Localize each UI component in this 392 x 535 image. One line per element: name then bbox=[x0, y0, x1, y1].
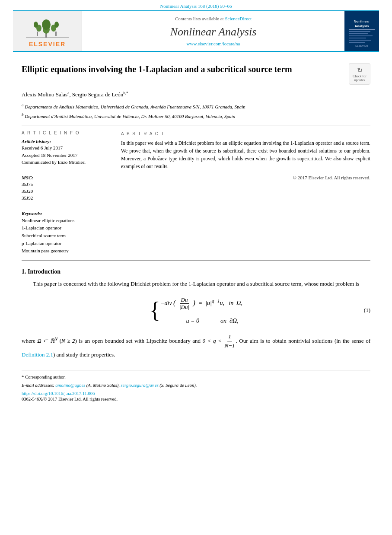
left-brace-icon: { bbox=[150, 299, 160, 322]
svg-rect-14 bbox=[349, 31, 370, 32]
article-title: Elliptic equations involving the 1-Lapla… bbox=[22, 63, 344, 75]
abstract-col: A B S T R A C T In this paper we deal wi… bbox=[121, 131, 370, 255]
svg-rect-19 bbox=[349, 42, 365, 43]
author-b-sup: b,* bbox=[123, 91, 128, 95]
check-updates-badge[interactable]: ↻ Check for updates bbox=[349, 63, 370, 85]
accepted-date: Accepted 18 November 2017 bbox=[22, 152, 112, 159]
msc-3: 35J92 bbox=[22, 195, 112, 201]
journal-center: Contents lists available at ScienceDirec… bbox=[82, 11, 344, 51]
msc-2: 35J20 bbox=[22, 188, 112, 194]
section-divider-1 bbox=[22, 125, 370, 125]
journal-url[interactable]: www.elsevier.com/locate/na bbox=[187, 41, 240, 46]
author-a-sup: a bbox=[67, 91, 69, 95]
equation-number-1: (1) bbox=[364, 307, 370, 314]
authors-line: Alexis Molino Salasa, Sergio Segura de L… bbox=[22, 91, 370, 98]
elsevier-brand-text: ELSEVIER bbox=[29, 41, 66, 48]
equation-brace-system: { −div ( Du |Du| ) = |u|q−1u, bbox=[150, 296, 242, 325]
svg-rect-7 bbox=[37, 32, 38, 36]
equation-line-2: u = 0 on ∂Ω, bbox=[160, 316, 242, 325]
affiliation-a-label: a bbox=[22, 103, 24, 107]
svg-text:Analysis: Analysis bbox=[355, 24, 369, 28]
doi-line: https://doi.org/10.1016/j.na.2017.11.006 bbox=[22, 391, 370, 396]
keyword-4: p-Laplacian operator bbox=[22, 240, 112, 248]
article-title-section: Elliptic equations involving the 1-Lapla… bbox=[22, 63, 370, 85]
keyword-2: 1-Laplacian operator bbox=[22, 224, 112, 232]
journal-cover-box: Nonlinear Analysis ELSEVIER bbox=[344, 11, 379, 51]
svg-rect-15 bbox=[349, 33, 368, 34]
equation-system-lines: −div ( Du |Du| ) = |u|q−1u, in Ω, bbox=[160, 296, 242, 325]
abstract-text: In this paper we deal with a Dirichlet p… bbox=[121, 140, 370, 170]
svg-rect-16 bbox=[349, 35, 373, 36]
section-divider-2 bbox=[22, 260, 370, 261]
equation-line-1: −div ( Du |Du| ) = |u|q−1u, in Ω, bbox=[160, 296, 242, 311]
math-omega: Ω ⊂ ℝN bbox=[37, 338, 57, 344]
math-q-cond: 0 < q < bbox=[203, 338, 224, 344]
email-2-name: (S. Segura de León). bbox=[159, 383, 197, 388]
equation-content: { −div ( Du |Du| ) = |u|q−1u, bbox=[150, 296, 242, 325]
keyword-3: Subcritical source term bbox=[22, 232, 112, 240]
journal-cover-image: Nonlinear Analysis ELSEVIER bbox=[347, 14, 376, 48]
elsevier-logo-box: ELSEVIER bbox=[13, 11, 82, 51]
svg-text:Nonlinear: Nonlinear bbox=[354, 19, 370, 23]
article-info-label: A R T I C L E I N F O bbox=[22, 131, 112, 135]
equation-1-block: { −div ( Du |Du| ) = |u|q−1u, bbox=[22, 296, 370, 325]
svg-rect-13 bbox=[349, 29, 375, 30]
svg-point-5 bbox=[34, 22, 38, 28]
svg-rect-18 bbox=[349, 40, 371, 41]
intro-para2: where Ω ⊂ ℝN (N ≥ 2) is an open bounded … bbox=[22, 332, 370, 360]
issn-line: 0362-546X/© 2017 Elsevier Ltd. All right… bbox=[22, 396, 370, 403]
sciencedirect-link[interactable]: ScienceDirect bbox=[225, 16, 252, 21]
doi-link[interactable]: https://doi.org/10.1016/j.na.2017.11.006 bbox=[22, 391, 95, 396]
email-link-1[interactable]: amolino@ugr.es bbox=[55, 383, 85, 388]
keywords-label: Keywords: bbox=[22, 211, 112, 216]
keyword-1: Nonlinear elliptic equations bbox=[22, 217, 112, 225]
affiliation-b: b Departament d'Anàlisi Matemàtica, Univ… bbox=[22, 112, 370, 120]
msc-1: 35J75 bbox=[22, 181, 112, 188]
msc-label: MSC: bbox=[22, 175, 112, 180]
contents-line: Contents lists available at ScienceDirec… bbox=[175, 16, 252, 21]
svg-point-6 bbox=[54, 22, 59, 28]
author-a-name: Alexis Molino Salas bbox=[22, 91, 67, 98]
journal-title-header: Nonlinear Analysis bbox=[170, 25, 257, 38]
keyword-5: Mountain pass geometry bbox=[22, 247, 112, 255]
footer-section: * Corresponding author. E-mail addresses… bbox=[22, 370, 370, 403]
affiliation-b-text: Departament d'Anàlisi Matemàtica, Univer… bbox=[25, 114, 235, 119]
affiliation-b-label: b bbox=[22, 112, 24, 117]
svg-rect-8 bbox=[55, 32, 57, 36]
email-link-2[interactable]: sergio.segura@uv.es bbox=[121, 383, 158, 388]
svg-rect-17 bbox=[349, 38, 366, 38]
journal-citation-text: Nonlinear Analysis 168 (2018) 50–66 bbox=[160, 3, 232, 9]
journal-header: ELSEVIER Contents lists available at Sci… bbox=[13, 11, 379, 52]
history-label: Article history: bbox=[22, 139, 112, 144]
abstract-label: A B S T R A C T bbox=[121, 131, 370, 137]
footnote-star: * Corresponding author. bbox=[22, 374, 370, 381]
definition-link[interactable]: Definition 2.1 bbox=[22, 351, 53, 358]
received-date: Received 6 July 2017 bbox=[22, 145, 112, 151]
math-N-cond: N ≥ 2 bbox=[61, 338, 75, 344]
journal-citation-bar: Nonlinear Analysis 168 (2018) 50–66 bbox=[0, 0, 392, 10]
copyright-line: © 2017 Elsevier Ltd. All rights reserved… bbox=[121, 174, 370, 182]
affiliation-a: a Departamento de Análisis Matemático, U… bbox=[22, 102, 370, 110]
author-b-name: Sergio Segura de León bbox=[72, 91, 124, 98]
email-1-name: (A. Molino Salas), bbox=[86, 383, 120, 388]
svg-point-2 bbox=[42, 19, 51, 30]
main-content: Elliptic equations involving the 1-Lapla… bbox=[0, 52, 392, 413]
affiliation-a-text: Departamento de Análisis Matemático, Uni… bbox=[25, 104, 245, 109]
communicated-by: Communicated by Enzo Mitidieri bbox=[22, 159, 112, 166]
intro-para1: This paper is concerned with the followi… bbox=[22, 280, 370, 289]
info-abstract-row: A R T I C L E I N F O Article history: R… bbox=[22, 131, 370, 255]
elsevier-tree-icon bbox=[24, 15, 71, 39]
footnote-emails: E-mail addresses: amolino@ugr.es (A. Mol… bbox=[22, 382, 370, 389]
intro-heading: 1. Introduction bbox=[22, 268, 370, 275]
svg-text:ELSEVIER: ELSEVIER bbox=[355, 45, 368, 47]
article-info-col: A R T I C L E I N F O Article history: R… bbox=[22, 131, 112, 255]
